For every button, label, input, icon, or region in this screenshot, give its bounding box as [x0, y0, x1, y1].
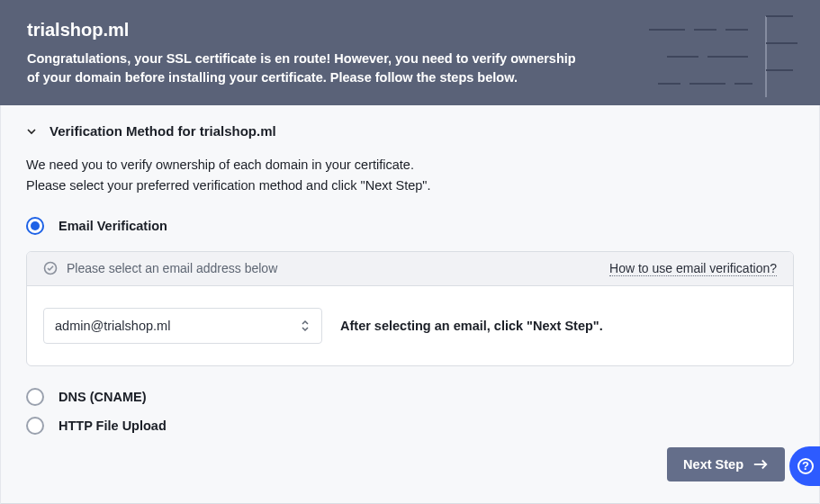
next-step-button[interactable]: Next Step — [667, 447, 785, 482]
updown-icon — [300, 319, 311, 333]
arrow-right-icon — [752, 458, 769, 471]
header-message: Congratulations, your SSL certificate is… — [27, 50, 603, 87]
verification-intro: We need you to verify ownership of each … — [26, 155, 794, 195]
radio-http[interactable] — [26, 417, 44, 435]
email-panel-prompt: Please select an email address below — [67, 261, 277, 275]
radio-email[interactable] — [26, 217, 44, 235]
ssl-header: trialshop.ml Congratulations, your SSL c… — [0, 0, 820, 105]
email-select[interactable]: admin@trialshop.ml — [43, 308, 322, 344]
option-email-label: Email Verification — [59, 219, 167, 233]
svg-text:?: ? — [802, 459, 809, 472]
help-icon: ? — [797, 457, 815, 475]
verification-card: Verification Method for trialshop.ml We … — [0, 105, 820, 504]
option-email[interactable]: Email Verification — [26, 212, 794, 240]
chevron-down-icon — [26, 126, 37, 137]
option-http[interactable]: HTTP File Upload — [26, 411, 794, 440]
email-select-hint: After selecting an email, click "Next St… — [340, 319, 603, 333]
header-decoration — [631, 7, 811, 97]
email-panel-header: Please select an email address below How… — [27, 252, 793, 286]
verification-toggle[interactable]: Verification Method for trialshop.ml — [26, 123, 794, 139]
email-panel: Please select an email address below How… — [26, 251, 794, 366]
action-bar: Next Step — [26, 447, 794, 482]
option-dns[interactable]: DNS (CNAME) — [26, 382, 794, 411]
verification-title: Verification Method for trialshop.ml — [50, 123, 276, 139]
radio-dns[interactable] — [26, 388, 44, 406]
option-http-label: HTTP File Upload — [59, 418, 167, 433]
email-select-value: admin@trialshop.ml — [55, 319, 170, 333]
next-step-label: Next Step — [683, 457, 743, 472]
option-dns-label: DNS (CNAME) — [59, 390, 146, 404]
check-circle-icon — [43, 261, 58, 275]
help-email-verification[interactable]: How to use email verification? — [609, 261, 777, 276]
verification-section: Verification Method for trialshop.ml We … — [1, 105, 819, 503]
